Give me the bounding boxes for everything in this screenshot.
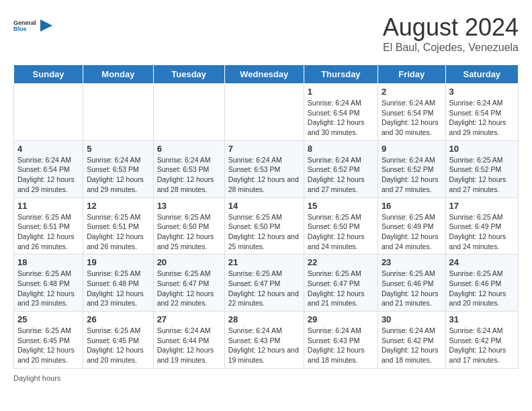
day-info: Sunrise: 6:24 AMSunset: 6:42 PMDaylight:… (382, 326, 442, 365)
day-number: 10 (449, 144, 515, 154)
calendar-cell: 5Sunrise: 6:24 AMSunset: 6:53 PMDaylight… (83, 140, 153, 197)
day-number: 31 (449, 314, 515, 324)
calendar-cell: 17Sunrise: 6:25 AMSunset: 6:49 PMDayligh… (445, 197, 518, 255)
header: General Blue August 2024 El Baul, Cojede… (13, 13, 519, 54)
day-number: 24 (449, 257, 515, 267)
calendar-cell: 14Sunrise: 6:25 AMSunset: 6:50 PMDayligh… (224, 197, 304, 255)
calendar-cell: 21Sunrise: 6:25 AMSunset: 6:47 PMDayligh… (224, 255, 304, 312)
day-info: Sunrise: 6:25 AMSunset: 6:46 PMDaylight:… (382, 269, 442, 308)
day-info: Sunrise: 6:25 AMSunset: 6:46 PMDaylight:… (449, 269, 515, 308)
day-number: 29 (308, 314, 374, 324)
calendar-week-row: 1Sunrise: 6:24 AMSunset: 6:54 PMDaylight… (14, 84, 519, 141)
calendar-cell: 3Sunrise: 6:24 AMSunset: 6:54 PMDaylight… (445, 84, 518, 141)
day-info: Sunrise: 6:24 AMSunset: 6:54 PMDaylight:… (449, 98, 515, 138)
weekday-header: Thursday (304, 65, 378, 84)
day-info: Sunrise: 6:25 AMSunset: 6:50 PMDaylight:… (308, 212, 374, 252)
day-number: 28 (228, 314, 300, 324)
day-info: Sunrise: 6:24 AMSunset: 6:53 PMDaylight:… (87, 155, 149, 195)
calendar-table: SundayMondayTuesdayWednesdayThursdayFrid… (13, 64, 519, 369)
calendar-cell: 19Sunrise: 6:25 AMSunset: 6:48 PMDayligh… (83, 255, 153, 312)
day-number: 22 (308, 257, 374, 267)
calendar-cell: 28Sunrise: 6:24 AMSunset: 6:43 PMDayligh… (224, 312, 304, 369)
calendar-cell: 8Sunrise: 6:24 AMSunset: 6:52 PMDaylight… (304, 140, 378, 197)
logo: General Blue (13, 13, 52, 38)
calendar-cell: 16Sunrise: 6:25 AMSunset: 6:49 PMDayligh… (378, 197, 445, 255)
day-info: Sunrise: 6:25 AMSunset: 6:47 PMDaylight:… (308, 269, 374, 308)
svg-text:General: General (13, 19, 36, 26)
day-info: Sunrise: 6:24 AMSunset: 6:44 PMDaylight:… (157, 326, 221, 365)
day-number: 21 (228, 257, 300, 267)
day-info: Sunrise: 6:24 AMSunset: 6:54 PMDaylight:… (308, 98, 374, 138)
calendar-cell: 31Sunrise: 6:24 AMSunset: 6:42 PMDayligh… (445, 312, 518, 369)
day-number: 23 (382, 257, 442, 267)
calendar-cell: 12Sunrise: 6:25 AMSunset: 6:51 PMDayligh… (83, 197, 153, 255)
day-number: 5 (87, 144, 149, 154)
calendar-cell (83, 84, 153, 141)
calendar-cell: 30Sunrise: 6:24 AMSunset: 6:42 PMDayligh… (378, 312, 445, 369)
day-info: Sunrise: 6:24 AMSunset: 6:52 PMDaylight:… (382, 155, 442, 195)
day-info: Sunrise: 6:25 AMSunset: 6:48 PMDaylight:… (87, 269, 149, 308)
calendar-cell: 7Sunrise: 6:24 AMSunset: 6:53 PMDaylight… (224, 140, 304, 197)
svg-marker-2 (40, 19, 52, 32)
weekday-header: Tuesday (153, 65, 224, 84)
day-info: Sunrise: 6:24 AMSunset: 6:52 PMDaylight:… (308, 155, 374, 195)
footer-note: Daylight hours (13, 374, 519, 382)
footer-note-text: Daylight hours (13, 374, 60, 382)
day-info: Sunrise: 6:25 AMSunset: 6:50 PMDaylight:… (228, 212, 300, 252)
day-number: 6 (157, 144, 221, 154)
day-info: Sunrise: 6:25 AMSunset: 6:50 PMDaylight:… (157, 212, 221, 252)
day-number: 15 (308, 201, 374, 211)
day-info: Sunrise: 6:24 AMSunset: 6:53 PMDaylight:… (157, 155, 221, 195)
logo-svg: General Blue (13, 13, 38, 38)
day-info: Sunrise: 6:25 AMSunset: 6:52 PMDaylight:… (449, 155, 515, 195)
day-number: 13 (157, 201, 221, 211)
calendar-cell: 25Sunrise: 6:25 AMSunset: 6:45 PMDayligh… (14, 312, 83, 369)
title-area: August 2024 El Baul, Cojedes, Venezuela (383, 13, 519, 54)
calendar-cell: 2Sunrise: 6:24 AMSunset: 6:54 PMDaylight… (378, 84, 445, 141)
day-number: 27 (157, 314, 221, 324)
day-number: 25 (17, 314, 79, 324)
day-info: Sunrise: 6:25 AMSunset: 6:45 PMDaylight:… (87, 326, 149, 365)
day-info: Sunrise: 6:24 AMSunset: 6:54 PMDaylight:… (382, 98, 442, 138)
calendar-cell: 24Sunrise: 6:25 AMSunset: 6:46 PMDayligh… (445, 255, 518, 312)
weekday-header: Friday (378, 65, 445, 84)
svg-text:Blue: Blue (13, 26, 27, 32)
calendar-cell: 4Sunrise: 6:24 AMSunset: 6:54 PMDaylight… (14, 140, 83, 197)
calendar-cell: 11Sunrise: 6:25 AMSunset: 6:51 PMDayligh… (14, 197, 83, 255)
day-number: 4 (17, 144, 79, 154)
day-info: Sunrise: 6:24 AMSunset: 6:53 PMDaylight:… (228, 155, 300, 195)
calendar-cell (224, 84, 304, 141)
day-info: Sunrise: 6:25 AMSunset: 6:47 PMDaylight:… (157, 269, 221, 308)
day-info: Sunrise: 6:25 AMSunset: 6:49 PMDaylight:… (382, 212, 442, 252)
weekday-header: Monday (83, 65, 153, 84)
weekday-header: Wednesday (224, 65, 304, 84)
day-info: Sunrise: 6:25 AMSunset: 6:51 PMDaylight:… (87, 212, 149, 252)
main-title: August 2024 (383, 13, 519, 42)
calendar-week-row: 4Sunrise: 6:24 AMSunset: 6:54 PMDaylight… (14, 140, 519, 197)
day-info: Sunrise: 6:24 AMSunset: 6:54 PMDaylight:… (17, 155, 79, 195)
calendar-cell: 18Sunrise: 6:25 AMSunset: 6:48 PMDayligh… (14, 255, 83, 312)
day-number: 11 (17, 201, 79, 211)
day-number: 9 (382, 144, 442, 154)
calendar-cell: 15Sunrise: 6:25 AMSunset: 6:50 PMDayligh… (304, 197, 378, 255)
day-info: Sunrise: 6:25 AMSunset: 6:48 PMDaylight:… (17, 269, 79, 308)
calendar-week-row: 18Sunrise: 6:25 AMSunset: 6:48 PMDayligh… (14, 255, 519, 312)
day-info: Sunrise: 6:24 AMSunset: 6:42 PMDaylight:… (449, 326, 515, 365)
calendar-cell: 22Sunrise: 6:25 AMSunset: 6:47 PMDayligh… (304, 255, 378, 312)
day-number: 14 (228, 201, 300, 211)
calendar-cell: 29Sunrise: 6:24 AMSunset: 6:43 PMDayligh… (304, 312, 378, 369)
day-info: Sunrise: 6:25 AMSunset: 6:45 PMDaylight:… (17, 326, 79, 365)
day-info: Sunrise: 6:25 AMSunset: 6:47 PMDaylight:… (228, 269, 300, 308)
calendar-cell: 20Sunrise: 6:25 AMSunset: 6:47 PMDayligh… (153, 255, 224, 312)
day-number: 20 (157, 257, 221, 267)
sub-title: El Baul, Cojedes, Venezuela (383, 42, 519, 54)
day-number: 3 (449, 87, 515, 97)
calendar-cell: 9Sunrise: 6:24 AMSunset: 6:52 PMDaylight… (378, 140, 445, 197)
day-number: 8 (308, 144, 374, 154)
calendar-cell (14, 84, 83, 141)
day-info: Sunrise: 6:25 AMSunset: 6:49 PMDaylight:… (449, 212, 515, 252)
calendar-cell: 1Sunrise: 6:24 AMSunset: 6:54 PMDaylight… (304, 84, 378, 141)
weekday-header: Saturday (445, 65, 518, 84)
day-number: 2 (382, 87, 442, 97)
logo-arrow-icon (40, 19, 52, 32)
